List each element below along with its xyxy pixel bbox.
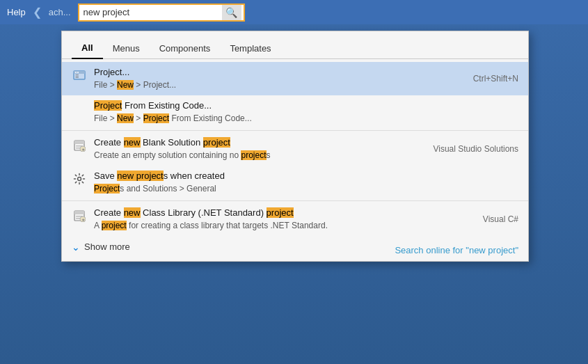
- tab-components[interactable]: Components: [150, 39, 221, 58]
- result-new-project-subtitle: File > New > Project...: [94, 79, 463, 91]
- no-icon: [72, 101, 87, 116]
- search-dropdown: All Menus Components Templates ☰ Project…: [61, 31, 529, 262]
- result-class-library-title: Create new Class Library (.NET Standard)…: [94, 207, 473, 219]
- gear-icon: [72, 171, 87, 187]
- svg-rect-6: [74, 141, 84, 144]
- help-label: Help: [7, 7, 26, 17]
- top-bar: Help ❮ ach... 🔍: [0, 0, 588, 24]
- results-list: ☰ Project... File > New > Project... Ctr…: [62, 59, 528, 261]
- result-project-existing-subtitle: File > New > Project From Existing Code.…: [94, 113, 518, 125]
- result-project-from-existing[interactable]: Project From Existing Code... File > New…: [62, 95, 528, 129]
- result-save-projects[interactable]: Save new projects when created Projects …: [62, 166, 528, 199]
- result-save-projects-body: Save new projects when created Projects …: [94, 170, 518, 195]
- nav-back-icon[interactable]: ❮: [33, 6, 42, 19]
- result-class-library-category: Visual C#: [483, 214, 518, 224]
- result-project-existing-body: Project From Existing Code... File > New…: [94, 100, 518, 125]
- svg-point-3: [77, 72, 79, 73]
- search-button[interactable]: 🔍: [222, 5, 241, 20]
- search-box: 🔍: [78, 3, 245, 22]
- search-input[interactable]: [79, 5, 222, 20]
- result-project-existing-title: Project From Existing Code...: [94, 100, 518, 112]
- svg-point-11: [78, 177, 81, 180]
- result-blank-solution-subtitle: Create an empty solution containing no p…: [94, 150, 423, 161]
- result-blank-solution[interactable]: ★ Create new Blank Solution project Crea…: [62, 132, 528, 166]
- result-new-project-body: Project... File > New > Project...: [94, 66, 463, 91]
- result-new-project[interactable]: ☰ Project... File > New > Project... Ctr…: [62, 62, 528, 95]
- svg-rect-13: [74, 211, 84, 214]
- bottom-bar: Search online for "new project": [62, 239, 528, 261]
- filter-tabs: All Menus Components Templates: [62, 31, 528, 59]
- result-save-projects-title: Save new projects when created: [94, 170, 518, 182]
- result-blank-solution-category: Visual Studio Solutions: [433, 144, 518, 154]
- result-new-project-shortcut: Ctrl+Shift+N: [473, 74, 518, 84]
- tab-all[interactable]: All: [72, 38, 103, 59]
- result-class-library[interactable]: ★ Create new Class Library (.NET Standar…: [62, 203, 528, 236]
- tab-menus[interactable]: Menus: [103, 39, 150, 58]
- result-class-library-subtitle: A project for creating a class library t…: [94, 220, 473, 232]
- result-class-library-body: Create new Class Library (.NET Standard)…: [94, 207, 473, 232]
- class-library-icon: ★: [72, 208, 87, 223]
- ach-label: ach...: [49, 7, 71, 17]
- divider-1: [62, 130, 528, 131]
- search-online-link[interactable]: Search online for "new project": [395, 245, 518, 255]
- divider-2: [62, 200, 528, 201]
- svg-text:★: ★: [81, 217, 85, 221]
- svg-text:★: ★: [81, 147, 85, 151]
- result-blank-solution-title: Create new Blank Solution project: [94, 136, 423, 149]
- result-save-projects-subtitle: Projects and Solutions > General: [94, 183, 518, 195]
- blank-solution-icon: ★: [72, 138, 87, 153]
- svg-point-2: [75, 72, 77, 73]
- project-icon: ☰: [72, 68, 87, 83]
- tab-templates[interactable]: Templates: [220, 39, 280, 58]
- svg-text:☰: ☰: [75, 74, 79, 79]
- result-blank-solution-body: Create new Blank Solution project Create…: [94, 136, 423, 161]
- result-new-project-title: Project...: [94, 66, 463, 79]
